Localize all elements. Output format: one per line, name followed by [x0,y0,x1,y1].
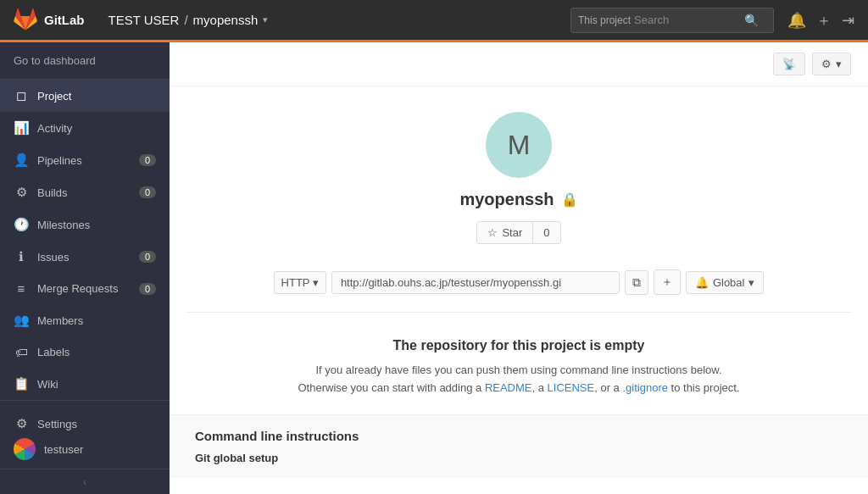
empty-repo-section: The repository for this project is empty… [170,321,868,414]
sidebar-item-project[interactable]: ◻ Project [0,80,170,112]
search-box[interactable]: This project 🔍 [570,8,774,33]
settings-icon: ⚙ [14,416,29,431]
sidebar-item-wiki[interactable]: 📋 Wiki [0,368,170,400]
sidebar-footer: ⚙ Settings testuser [0,400,170,469]
copy-url-button[interactable]: ⧉ [625,270,648,295]
sidebar-item-builds[interactable]: ⚙ Builds 0 [0,176,170,208]
breadcrumb: TEST USER / myopenssh ▾ [108,13,558,27]
star-count[interactable]: 0 [533,222,559,243]
sidebar-item-members[interactable]: 👥 Members [0,304,170,336]
sidebar-label-pipelines: Pipelines [37,154,131,167]
project-header: M myopenssh 🔒 ☆ Star 0 [170,86,868,261]
activity-icon: 📊 [14,120,29,136]
empty-repo-desc1: If you already have files you can push t… [220,362,817,380]
sidebar-item-settings[interactable]: ⚙ Settings [14,409,156,438]
sidebar-label-wiki: Wiki [37,378,156,391]
pipelines-badge: 0 [139,154,156,166]
star-button[interactable]: ☆ Star [477,222,533,243]
sidebar-user[interactable]: testuser [14,438,156,460]
sidebar-item-issues[interactable]: ℹ Issues 0 [0,241,170,273]
settings-dropdown-button[interactable]: ⚙ ▾ [812,53,851,75]
star-button-group: ☆ Star 0 [476,221,560,244]
readme-link[interactable]: README [485,381,532,394]
sidebar-item-merge-requests[interactable]: ≡ Merge Requests 0 [0,273,170,304]
sidebar-label-labels: Labels [37,346,156,358]
builds-icon: ⚙ [14,185,29,200]
search-scope-label: This project [578,14,631,26]
project-name: myopenssh [459,190,554,209]
cli-title: Command line instructions [195,429,843,443]
pipelines-icon: 👤 [14,153,29,168]
main-toolbar: 📡 ⚙ ▾ [170,42,868,86]
main-content: 📡 ⚙ ▾ M myopenssh 🔒 ☆ Star 0 [170,42,868,494]
gitignore-link[interactable]: .gitignore [622,381,667,394]
bell-icon: 🔔 [695,276,709,289]
project-initial: M [508,130,531,161]
plus-icon: ＋ [661,275,673,288]
breadcrumb-chevron-icon[interactable]: ▾ [263,14,268,25]
members-icon: 👥 [14,313,29,328]
star-icon: ☆ [487,226,498,239]
top-nav: GitLab TEST USER / myopenssh ▾ This proj… [0,0,868,42]
sidebar-item-activity[interactable]: 📊 Activity [0,112,170,144]
breadcrumb-user[interactable]: TEST USER [108,13,180,27]
breadcrumb-separator: / [184,13,187,27]
star-label-text: Star [502,226,522,239]
cli-section: Command line instructions Git global set… [170,414,868,478]
search-input[interactable] [634,14,744,26]
search-icon[interactable]: 🔍 [744,14,759,27]
signout-icon[interactable]: ⇥ [842,11,854,30]
sidebar-label-activity: Activity [37,122,156,135]
sidebar-item-milestones[interactable]: 🕐 Milestones [0,208,170,241]
clone-protocol-label: HTTP ▾ [281,276,319,289]
sidebar-collapse-button[interactable]: ‹ [0,469,170,494]
divider [186,312,851,313]
avatar [14,438,36,460]
project-icon: ◻ [14,88,29,103]
sidebar-label-merge-requests: Merge Requests [37,282,131,295]
wiki-icon: 📋 [14,376,29,391]
notification-chevron-icon: ▾ [748,276,754,289]
notifications-icon[interactable]: 🔔 [787,11,806,30]
nav-icons: 🔔 ＋ ⇥ [787,10,854,31]
rss-button[interactable]: 📡 [773,53,805,75]
copy-icon: ⧉ [632,275,641,289]
clone-protocol-select[interactable]: HTTP ▾ [274,271,326,294]
breadcrumb-project[interactable]: myopenssh [193,13,259,27]
gear-icon: ⚙ [821,58,832,70]
sidebar-item-pipelines[interactable]: 👤 Pipelines 0 [0,144,170,176]
sidebar-label-members: Members [37,314,156,327]
rss-icon: 📡 [782,58,796,70]
sidebar-item-labels[interactable]: 🏷 Labels [0,336,170,368]
clone-bar: HTTP ▾ ⧉ ＋ 🔔 Global ▾ [170,261,868,303]
settings-chevron-icon: ▾ [836,58,842,70]
license-link[interactable]: LICENSE [548,381,595,394]
sidebar-dashboard-link[interactable]: Go to dashboard [0,42,170,80]
project-avatar: M [486,112,552,178]
labels-icon: 🏷 [14,345,29,359]
merge-requests-badge: 0 [139,283,156,295]
notification-button[interactable]: 🔔 Global ▾ [686,271,765,294]
sidebar-label-settings: Settings [37,418,156,430]
gitlab-logo[interactable]: GitLab [14,8,85,32]
builds-badge: 0 [139,186,156,198]
milestones-icon: 🕐 [14,217,29,232]
sidebar-label-issues: Issues [37,251,131,264]
add-key-button[interactable]: ＋ [654,269,681,295]
cli-subtitle: Git global setup [195,452,843,464]
sidebar-nav: ◻ Project 📊 Activity 👤 Pipelines 0 ⚙ Bui… [0,80,170,400]
gitlab-logo-icon [14,8,37,32]
sidebar: Go to dashboard ◻ Project 📊 Activity 👤 P… [0,42,170,494]
sidebar-label-project: Project [37,90,156,103]
sidebar-username: testuser [44,443,83,456]
gitlab-wordmark: GitLab [44,13,85,27]
empty-repo-title: The repository for this project is empty [220,338,817,353]
lock-icon: 🔒 [561,191,578,208]
issues-icon: ℹ [14,249,29,264]
notification-label: Global [713,276,745,289]
sidebar-label-milestones: Milestones [37,219,156,231]
add-icon[interactable]: ＋ [816,10,832,31]
layout: Go to dashboard ◻ Project 📊 Activity 👤 P… [0,42,868,494]
project-title: myopenssh 🔒 [459,190,577,209]
clone-url-input[interactable] [331,271,620,294]
